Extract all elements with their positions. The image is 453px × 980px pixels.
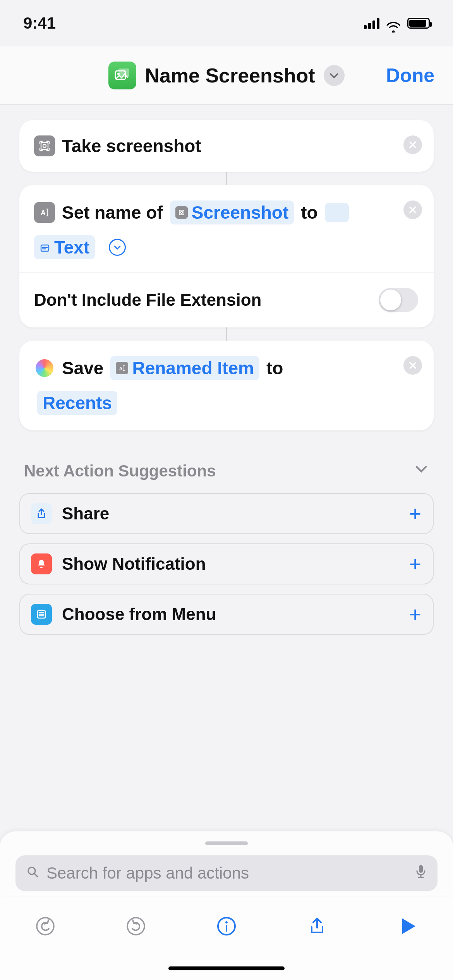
- rename-icon: A: [34, 202, 55, 223]
- option-label: Don't Include File Extension: [34, 290, 261, 310]
- rename-var-icon: A: [116, 362, 128, 374]
- status-bar: 9:41: [0, 0, 453, 46]
- action-label: Take screenshot: [62, 135, 201, 156]
- suggestions-list: Share + Show Notification + Choose from …: [19, 493, 434, 635]
- share-icon: [31, 503, 52, 524]
- title-menu-button[interactable]: [324, 65, 345, 86]
- svg-rect-6: [179, 210, 184, 215]
- suggestions-title: Next Action Suggestions: [24, 462, 216, 480]
- variable-renamed-item[interactable]: A Renamed Item: [110, 356, 259, 380]
- file-extension-toggle[interactable]: [379, 288, 418, 312]
- svg-text:A: A: [119, 366, 122, 371]
- delete-action-button[interactable]: [403, 356, 422, 375]
- variable-text[interactable]: Text: [34, 235, 95, 259]
- add-suggestion-button[interactable]: +: [409, 552, 421, 576]
- wifi-icon: [386, 18, 400, 29]
- svg-rect-3: [41, 142, 48, 149]
- suggestion-share[interactable]: Share +: [19, 493, 434, 534]
- connector: [226, 327, 227, 341]
- home-indicator: [0, 957, 453, 980]
- status-time: 9:41: [23, 14, 56, 33]
- info-button[interactable]: [211, 911, 242, 942]
- run-button[interactable]: [392, 911, 423, 942]
- action-prefix: Set name of: [62, 202, 163, 223]
- svg-point-16: [226, 921, 228, 923]
- done-button[interactable]: Done: [386, 64, 434, 87]
- action-prefix: Save: [62, 358, 103, 379]
- sheet-grabber[interactable]: [205, 841, 248, 845]
- variable-label: Screenshot: [192, 202, 289, 223]
- share-button[interactable]: [302, 911, 333, 942]
- svg-rect-8: [41, 245, 49, 251]
- menu-icon: [31, 604, 52, 625]
- text-var-icon: [39, 237, 50, 258]
- mic-icon[interactable]: [415, 864, 427, 882]
- album-label: Recents: [43, 392, 112, 413]
- svg-point-7: [180, 212, 182, 214]
- variable-screenshot[interactable]: Screenshot: [170, 200, 294, 224]
- expand-options-button[interactable]: [109, 239, 126, 256]
- variable-label: Text: [54, 237, 89, 258]
- header-center[interactable]: Name Screenshot: [108, 62, 344, 89]
- search-input[interactable]: Search for apps and actions: [15, 855, 438, 891]
- search-placeholder: Search for apps and actions: [46, 864, 249, 882]
- delete-action-button[interactable]: [403, 200, 422, 219]
- svg-point-4: [43, 144, 46, 147]
- delete-action-button[interactable]: [403, 135, 422, 154]
- shortcut-title: Name Screenshot: [145, 64, 315, 87]
- svg-text:A: A: [41, 209, 46, 217]
- action-save-photo[interactable]: Save A Renamed Item to Recents: [19, 341, 434, 430]
- toolbar: [0, 895, 453, 957]
- suggestion-show-notification[interactable]: Show Notification +: [19, 543, 434, 584]
- battery-icon: [407, 18, 430, 29]
- variable-label: Renamed Item: [132, 358, 254, 379]
- header: Name Screenshot Done: [0, 46, 453, 105]
- name-value-field[interactable]: [325, 203, 349, 222]
- svg-point-13: [37, 918, 54, 935]
- workflow-editor: Take screenshot A Set name of Screenshot…: [0, 105, 453, 831]
- option-dont-include-extension: Don't Include File Extension: [19, 272, 434, 327]
- redo-button[interactable]: [120, 911, 151, 942]
- suggestion-label: Share: [62, 504, 109, 523]
- status-right: [364, 17, 430, 29]
- svg-rect-12: [419, 865, 423, 873]
- action-mid: to: [301, 202, 317, 223]
- chevron-down-icon: [414, 461, 429, 481]
- shortcut-app-icon: [108, 62, 136, 89]
- suggestion-choose-from-menu[interactable]: Choose from Menu +: [19, 594, 434, 635]
- action-set-name[interactable]: A Set name of Screenshot to Text Don't I…: [19, 185, 434, 327]
- screenshot-icon: [34, 135, 55, 156]
- suggestions-header[interactable]: Next Action Suggestions: [19, 430, 434, 493]
- suggestion-label: Choose from Menu: [62, 605, 216, 624]
- album-recents[interactable]: Recents: [37, 391, 117, 415]
- action-library-sheet[interactable]: Search for apps and actions: [0, 831, 453, 895]
- suggestion-label: Show Notification: [62, 554, 206, 574]
- photos-icon: [34, 358, 55, 379]
- action-take-screenshot[interactable]: Take screenshot: [19, 120, 434, 172]
- cellular-icon: [364, 17, 379, 29]
- screenshot-var-icon: [175, 206, 188, 219]
- add-suggestion-button[interactable]: +: [409, 502, 421, 526]
- notification-icon: [31, 553, 52, 574]
- search-icon: [26, 864, 39, 882]
- connector: [226, 172, 227, 185]
- add-suggestion-button[interactable]: +: [409, 602, 421, 626]
- action-mid: to: [266, 358, 283, 379]
- svg-point-14: [127, 918, 144, 935]
- undo-button[interactable]: [30, 911, 61, 942]
